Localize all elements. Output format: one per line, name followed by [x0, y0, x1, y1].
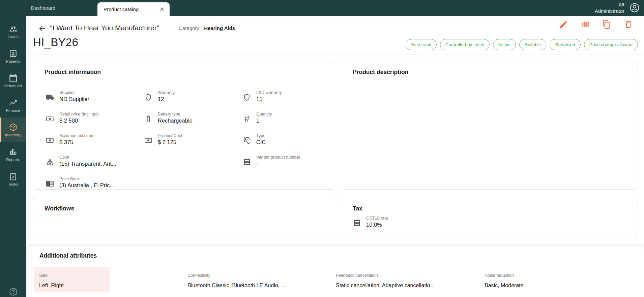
sidebar-item-tasks[interactable]: Tasks [0, 167, 26, 191]
attribute-value: Bluetooth Classic, Bluetooth LE Audio, .… [187, 283, 286, 289]
sidebar-item-label: Scheduler [4, 84, 22, 88]
attribute-feedback-cancellation: Feedback cancellation Static cancellatio… [330, 267, 440, 292]
field-quantity: Quantity 1 [243, 102, 341, 124]
money-icon [46, 115, 54, 123]
shield-icon [144, 93, 152, 101]
field-price-book: Price Book (3) Australia , El Pric... [46, 167, 144, 189]
copy-icon[interactable] [602, 20, 611, 29]
product-information-grid: Supplier ND Supplier Warranty 12 L&D war… [46, 81, 341, 189]
field-value: - [256, 161, 300, 167]
receipt-icon [243, 158, 251, 166]
field-ld-warranty: L&D warranty 15 [243, 81, 341, 102]
field-label: Warranty [158, 90, 175, 95]
inventory-cube-icon [9, 123, 18, 132]
user-role: Administrator [595, 8, 624, 14]
back-arrow-icon[interactable] [38, 24, 47, 33]
tab-product-catalog-label: Product catalog [104, 6, 139, 12]
calendar-icon [9, 74, 18, 82]
sidebar: Leads Patients Scheduler Finance Invento… [0, 16, 26, 297]
field-battery-type: Battery type Rechargeable [144, 102, 243, 124]
receipt-icon [353, 219, 361, 227]
money-icon [46, 136, 54, 144]
user-name: qa [595, 1, 624, 8]
additional-attributes-card: Additional attributes Side Left, Right C… [27, 246, 644, 297]
account-circle-icon[interactable] [629, 2, 640, 13]
top-bar: Dashboard Product catalog qa Administrat… [0, 0, 644, 16]
product-code: HI_BY26 [33, 36, 78, 49]
close-icon[interactable] [159, 6, 165, 12]
status-badge: Price change allowed [584, 39, 638, 50]
bar-chart-icon [9, 147, 18, 156]
field-label: Price Book [59, 176, 114, 181]
sidebar-item-label: Leads [8, 35, 19, 39]
field-label: Supplier [59, 90, 89, 95]
patient-card-icon [9, 49, 18, 58]
field-value: $ 2 125 [158, 139, 182, 145]
page-header: "I Want To Hear You Manufacturer" Catego… [26, 16, 644, 55]
attribute-label: Feedback cancellation [336, 273, 435, 278]
finance-chart-icon [9, 98, 18, 107]
field-vendor-product-number: Vendor product number - [243, 145, 341, 167]
status-badge: Sellable [519, 39, 546, 50]
field-value: $ 375 [59, 139, 94, 145]
status-badge: Active [493, 39, 516, 50]
field-value: CIC [256, 139, 266, 145]
ear-icon [243, 136, 251, 144]
money-icon [144, 136, 152, 144]
field-label: Product Cost [158, 133, 182, 138]
field-retail-price: Retail price (incl. tax) $ 2 500 [46, 102, 144, 124]
truck-icon [46, 93, 54, 101]
hash-icon [243, 115, 251, 123]
field-value: $ 2 500 [59, 118, 99, 124]
tab-product-catalog[interactable]: Product catalog [97, 2, 170, 16]
field-supplier: Supplier ND Supplier [46, 81, 144, 102]
sidebar-item-patients[interactable]: Patients [0, 44, 26, 68]
category-label: Category: [179, 25, 201, 31]
battery-icon [144, 115, 152, 123]
attribute-label: Noise reduction [485, 273, 524, 278]
card-title: Tax [353, 205, 362, 212]
attribute-value: Basic, Moderate [485, 283, 524, 289]
tasks-clipboard-icon [9, 172, 18, 181]
attribute-connectivity: Connectivity Bluetooth Classic, Bluetoot… [182, 267, 291, 292]
category-value: Hearing Aids [204, 25, 235, 31]
sidebar-nav: Leads Patients Scheduler Finance Invento… [0, 19, 26, 191]
field-value: Rechargeable [158, 118, 193, 124]
field-label: Quantity [256, 112, 272, 117]
barcode-icon[interactable] [581, 20, 590, 29]
user-info: qa Administrator [595, 1, 624, 14]
field-gst10-rate: GST10 rate 10.0% [353, 216, 388, 228]
sidebar-item-leads[interactable]: Leads [0, 19, 26, 44]
field-value: ND Supplier [59, 96, 89, 102]
tab-dashboard[interactable]: Dashboard [31, 0, 55, 16]
help-icon[interactable] [9, 287, 18, 296]
sidebar-item-label: Finance [6, 108, 20, 112]
pencil-icon[interactable] [559, 20, 568, 29]
status-badges: Fast track Controlled by stock Active Se… [406, 39, 638, 50]
attribute-side: Side Left, Right [34, 267, 110, 292]
product-information-card: Product information Supplier ND Supplier… [33, 62, 335, 190]
field-value: 12 [158, 96, 175, 102]
workflows-card: Workflows [33, 198, 335, 236]
sidebar-item-label: Tasks [8, 182, 18, 186]
tax-card: Tax GST10 rate 10.0% [341, 198, 638, 236]
shield-icon [243, 93, 251, 101]
field-label: Retail price (incl. tax) [59, 112, 99, 117]
attribute-label: Side [39, 273, 104, 278]
sidebar-item-reports[interactable]: Reports [0, 142, 26, 167]
field-label: GST10 rate [366, 216, 388, 221]
sidebar-item-label: Inventory [5, 133, 21, 137]
trash-icon[interactable] [624, 20, 633, 29]
field-value: (3) Australia , El Pric... [59, 182, 114, 189]
field-warranty: Warranty 12 [144, 81, 243, 102]
field-value: 10.0% [366, 222, 388, 228]
product-description-card: Product description [341, 62, 638, 190]
sidebar-item-scheduler[interactable]: Scheduler [0, 68, 26, 93]
sidebar-item-finance[interactable]: Finance [0, 93, 26, 118]
card-title: Workflows [45, 205, 74, 212]
breadcrumb-category: Category: Hearing Aids [179, 25, 235, 31]
main-content: "I Want To Hear You Manufacturer" Catego… [26, 16, 644, 297]
sidebar-item-inventory[interactable]: Inventory [0, 118, 26, 142]
field-label: Vendor product number [256, 155, 300, 160]
field-value: 15 [256, 96, 282, 102]
